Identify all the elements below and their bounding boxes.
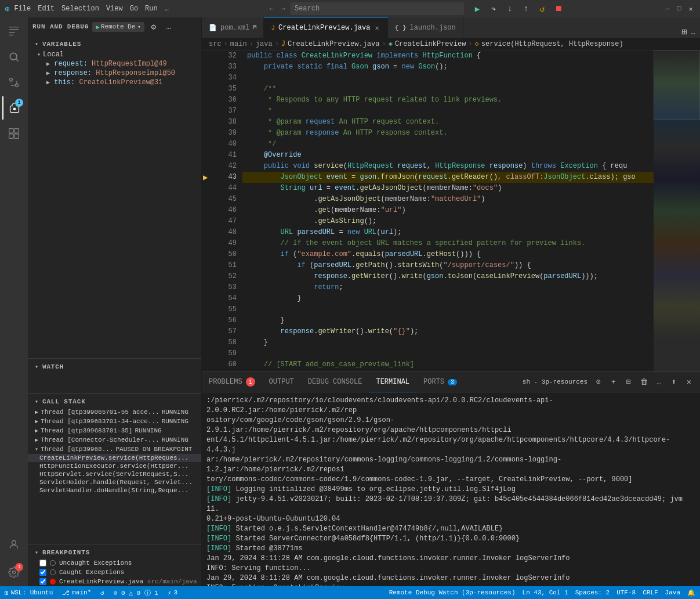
svg-rect-4 (9, 129, 14, 133)
activity-debug[interactable]: 1 (2, 96, 26, 120)
activity-explorer[interactable] (2, 20, 26, 43)
breadcrumb-sep-4: › (382, 40, 386, 48)
status-errors[interactable]: ⊘ 0 △ 0 ⓘ 1 (114, 589, 158, 597)
tab-problems[interactable]: PROBLEMS 1 (202, 372, 262, 392)
editor-more-button[interactable]: … (691, 27, 695, 37)
thread-4-name: Thread [qtp39968... (41, 446, 113, 453)
stop-button[interactable]: ⏹ (552, 2, 565, 15)
continue-button[interactable]: ▶ (471, 2, 484, 15)
menu-run[interactable]: Run (145, 5, 158, 13)
minimize-button[interactable]: — (663, 4, 672, 13)
var-this[interactable]: ▶ this: CreateLinkPreview@31 (28, 78, 201, 87)
thread-2[interactable]: ▶ Thread [qtp399683701-35] RUNNING (28, 426, 201, 435)
menu-file[interactable]: File (14, 5, 31, 13)
breakpoint-uncaught-checkbox[interactable] (39, 560, 46, 566)
breakpoint-caught[interactable]: Caught Exceptions (28, 568, 201, 577)
tab-terminal[interactable]: TERMINAL (369, 372, 416, 392)
breakpoint-file-checkbox[interactable] (39, 578, 46, 585)
thread-4[interactable]: ▾ Thread [qtp39968... PAUSED ON BREAKPOI… (28, 445, 201, 454)
thread-0[interactable]: ▶ Thread [qtp399065701-55 acce... RUNNIN… (28, 407, 201, 417)
status-branch-icon: ⎇ (62, 589, 70, 597)
frame-1[interactable]: HttpFunctionExecutor.service(HttpSer... (28, 462, 201, 470)
menu-go[interactable]: Go (130, 5, 138, 13)
breadcrumb-file[interactable]: CreateLinkPreview.java (288, 40, 379, 48)
breadcrumb-class-icon: ◈ (389, 39, 393, 48)
menu-selection[interactable]: Selection (61, 5, 99, 13)
nav-forward-button[interactable]: → (278, 4, 288, 13)
status-sync[interactable]: ↺ (100, 589, 104, 597)
panel-close-button[interactable]: ✕ (683, 376, 695, 388)
callstack-header[interactable]: ▾ CALL STACK (28, 394, 201, 407)
tab-pom[interactable]: 📄 pom.xml M (202, 17, 264, 38)
status-language[interactable]: Java (665, 589, 680, 597)
tab-java-close-button[interactable]: ✕ (373, 24, 380, 33)
tab-json-icon: { } (395, 24, 407, 31)
status-cursor-position[interactable]: Ln 43, Col 1 (523, 589, 568, 597)
debug-settings-icon[interactable]: ⚙ (148, 21, 159, 33)
status-remote[interactable]: ⊞ WSL: Ubuntu (5, 589, 53, 597)
breadcrumb-class[interactable]: CreateLinkPreview (395, 40, 466, 48)
code-line-49: // If the event object URL matches a spe… (242, 238, 654, 249)
var-response[interactable]: ▶ response: HttpResponseImpl@50 (28, 68, 201, 78)
maximize-button[interactable]: □ (674, 4, 684, 13)
watch-chevron-icon: ▾ (35, 363, 39, 370)
menu-edit[interactable]: Edit (38, 5, 55, 13)
tab-create-link-preview[interactable]: J CreateLinkPreview.java ✕ (264, 17, 387, 38)
thread-3[interactable]: ▶ Thread [Connector-Scheduler-... RUNNIN… (28, 435, 201, 445)
variables-local-group[interactable]: ▾ Local (28, 50, 201, 59)
breakpoint-uncaught[interactable]: Uncaught Exceptions (28, 558, 201, 568)
add-terminal-button[interactable]: + (607, 376, 620, 388)
run-debug-button[interactable]: ▶ Remote De ▾ (92, 22, 144, 32)
status-notifications-bell[interactable]: 🔔 (687, 589, 695, 597)
code-line-40: */ (242, 139, 654, 150)
split-terminal-button[interactable]: ⊟ (622, 376, 635, 388)
breadcrumb-java[interactable]: java (256, 40, 273, 48)
tab-output[interactable]: OUTPUT (262, 372, 301, 392)
breadcrumb-method[interactable]: service(HttpRequest, HttpResponse) (481, 40, 623, 48)
activity-search[interactable] (2, 45, 26, 68)
frame-0[interactable]: CreateLinkPreview.service(HttpReques... (28, 454, 201, 462)
tab-launch-json[interactable]: { } launch.json (388, 17, 463, 38)
menu-more[interactable]: … (165, 5, 169, 13)
activity-settings[interactable]: 1 (2, 561, 26, 584)
step-over-button[interactable]: ↷ (487, 2, 500, 15)
status-branch[interactable]: ⎇ main* (62, 589, 91, 597)
tab-ports[interactable]: PORTS 3 (416, 372, 464, 392)
breadcrumb-src[interactable]: src (209, 40, 222, 48)
panel-more-button[interactable]: … (652, 376, 665, 388)
step-out-button[interactable]: ↑ (520, 2, 532, 15)
variables-header[interactable]: ▾ VARIABLES (28, 36, 201, 50)
breakpoint-caught-checkbox[interactable] (39, 569, 46, 576)
panel-maximize-button[interactable]: ⬆ (668, 376, 680, 388)
breakpoints-header[interactable]: ▾ BREAKPOINTS (28, 544, 201, 558)
watch-header[interactable]: ▾ WATCH (28, 359, 201, 373)
restart-button[interactable]: ↺ (536, 2, 549, 15)
status-encoding[interactable]: UTF-8 (616, 589, 636, 597)
nav-back-button[interactable]: ← (267, 4, 276, 13)
var-request-key: request: (54, 60, 92, 68)
activity-source-control[interactable] (2, 71, 26, 94)
breakpoint-file[interactable]: CreateLinkPreview.java src/main/java 43 (28, 577, 201, 586)
frame-3[interactable]: ServletHolder.handle(Request, Servlet... (28, 478, 201, 486)
step-into-button[interactable]: ↓ (503, 2, 516, 15)
tab-debug-console[interactable]: DEBUG CONSOLE (301, 372, 369, 392)
close-button[interactable]: ✕ (686, 4, 695, 13)
kill-terminal-button[interactable]: 🗑 (637, 376, 650, 388)
frame-4[interactable]: ServletHandler.doHandle(String,Reque... (28, 486, 201, 495)
thread-1[interactable]: ▶ Thread [qtp399683701-34-acce... RUNNIN… (28, 417, 201, 426)
var-request[interactable]: ▶ request: HttpRequestImpl@49 (28, 59, 201, 68)
code-line-39: * @param response An HTTP response conte… (242, 128, 654, 139)
status-debug-watch[interactable]: Remote Debug Watch (3p-resources) (389, 589, 516, 597)
status-notifications[interactable]: ⚡ 3 (168, 589, 177, 597)
activity-account[interactable] (2, 533, 26, 556)
status-indentation[interactable]: Spaces: 2 (575, 589, 610, 597)
menu-view[interactable]: View (106, 5, 123, 13)
split-editor-button[interactable]: ⊞ (681, 26, 687, 38)
line-numbers: 3233343536 3738394041 4243444546 4748495… (213, 50, 242, 371)
status-eol[interactable]: CRLF (643, 589, 658, 597)
debug-more-icon[interactable]: … (163, 21, 175, 33)
frame-2[interactable]: HttpServlet.service(ServletRequest,S... (28, 470, 201, 478)
breadcrumb-main[interactable]: main (230, 40, 247, 48)
activity-extensions[interactable] (2, 122, 26, 145)
search-bar[interactable]: Search (290, 2, 464, 15)
